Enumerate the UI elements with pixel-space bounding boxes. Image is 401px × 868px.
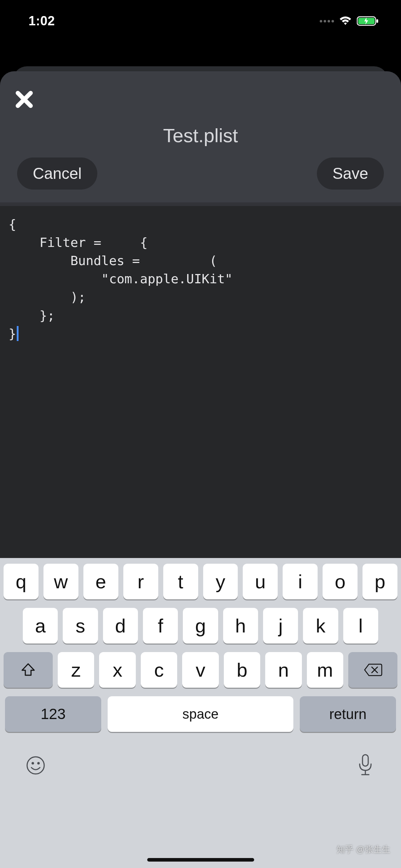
keyboard: q w e r t y u i o p a s d f g h j k l z … <box>0 558 401 868</box>
page-title: Test.plist <box>163 124 238 146</box>
shift-icon <box>20 662 36 678</box>
key-v[interactable]: v <box>182 652 219 688</box>
emoji-button[interactable] <box>21 751 50 780</box>
close-button[interactable] <box>11 87 37 112</box>
svg-point-4 <box>32 762 34 765</box>
keyboard-bottom-row <box>4 740 397 794</box>
key-d[interactable]: d <box>103 608 138 644</box>
svg-rect-2 <box>376 19 378 23</box>
sheet-header: Test.plist Cancel Save <box>0 71 401 202</box>
save-button[interactable]: Save <box>317 157 384 190</box>
key-q[interactable]: q <box>4 564 38 599</box>
close-icon <box>14 89 35 110</box>
svg-point-3 <box>27 757 44 774</box>
status-bar: 1:02 <box>0 0 401 31</box>
watermark: 知乎 @张生生 <box>336 844 390 855</box>
key-shift[interactable] <box>4 652 53 688</box>
key-g[interactable]: g <box>183 608 218 644</box>
key-e[interactable]: e <box>83 564 118 599</box>
key-123[interactable]: 123 <box>5 696 101 732</box>
status-right <box>320 16 380 26</box>
key-b[interactable]: b <box>224 652 260 688</box>
key-w[interactable]: w <box>43 564 78 599</box>
key-return[interactable]: return <box>300 696 396 732</box>
keyboard-row-1: q w e r t y u i o p <box>4 564 397 599</box>
key-j[interactable]: j <box>263 608 298 644</box>
code-editor[interactable]: { Filter = { Bundles = ( "com.apple.UIKi… <box>0 206 401 616</box>
svg-rect-6 <box>363 755 368 766</box>
key-i[interactable]: i <box>283 564 318 599</box>
header-divider <box>0 202 401 206</box>
cellular-dots-icon <box>320 20 334 22</box>
battery-charging-icon <box>357 16 380 26</box>
key-o[interactable]: o <box>323 564 358 599</box>
keyboard-row-2: a s d f g h j k l <box>4 608 397 644</box>
microphone-icon <box>357 753 374 777</box>
key-a[interactable]: a <box>23 608 58 644</box>
key-k[interactable]: k <box>303 608 338 644</box>
key-r[interactable]: r <box>123 564 158 599</box>
emoji-icon <box>25 755 46 776</box>
key-c[interactable]: c <box>141 652 177 688</box>
key-n[interactable]: n <box>265 652 302 688</box>
home-indicator[interactable] <box>147 858 254 862</box>
key-y[interactable]: y <box>203 564 238 599</box>
key-f[interactable]: f <box>143 608 178 644</box>
key-s[interactable]: s <box>63 608 98 644</box>
cancel-button[interactable]: Cancel <box>17 157 97 190</box>
svg-point-5 <box>37 762 40 765</box>
text-cursor <box>17 326 19 341</box>
keyboard-row-4: 123 space return <box>4 696 397 732</box>
keyboard-row-3: z x c v b n m <box>4 652 397 688</box>
status-time: 1:02 <box>29 14 55 29</box>
backspace-icon <box>363 663 382 677</box>
key-t[interactable]: t <box>163 564 198 599</box>
key-m[interactable]: m <box>307 652 343 688</box>
key-space[interactable]: space <box>108 696 293 732</box>
key-l[interactable]: l <box>343 608 378 644</box>
key-x[interactable]: x <box>99 652 135 688</box>
key-h[interactable]: h <box>223 608 258 644</box>
dictation-button[interactable] <box>351 751 380 780</box>
key-u[interactable]: u <box>243 564 278 599</box>
wifi-icon <box>338 16 353 26</box>
key-p[interactable]: p <box>363 564 397 599</box>
key-backspace[interactable] <box>348 652 397 688</box>
key-z[interactable]: z <box>58 652 94 688</box>
code-content: { Filter = { Bundles = ( "com.apple.UIKi… <box>9 215 392 343</box>
